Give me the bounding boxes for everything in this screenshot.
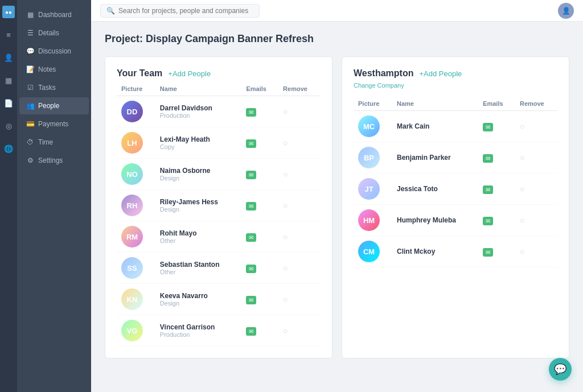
email-icon[interactable]: ✉ bbox=[246, 108, 256, 117]
sidebar-item-tasks[interactable]: ☑ Tasks bbox=[19, 79, 89, 96]
person-role: Production bbox=[160, 112, 237, 119]
col-emails-team: Emails bbox=[241, 82, 278, 96]
person-avatar: BP bbox=[358, 147, 380, 168]
icon-bar-circle[interactable]: ◎ bbox=[2, 119, 15, 132]
sidebar-item-people[interactable]: 👥 People bbox=[19, 97, 89, 114]
add-company-people-button[interactable]: +Add People bbox=[419, 69, 462, 78]
remove-icon[interactable]: ○ bbox=[283, 263, 288, 273]
person-name: Mark Cain bbox=[397, 122, 474, 130]
email-icon[interactable]: ✉ bbox=[483, 185, 493, 194]
panels-row: Your Team +Add People Picture Name Email… bbox=[105, 56, 569, 358]
sidebar-label-discussion: Discussion bbox=[38, 47, 71, 55]
col-remove-company: Remove bbox=[515, 97, 557, 111]
search-box[interactable]: 🔍 bbox=[100, 4, 260, 18]
remove-icon[interactable]: ○ bbox=[283, 138, 288, 147]
icon-bar-file[interactable]: 📄 bbox=[2, 97, 15, 109]
sidebar-item-details[interactable]: ☰ Details bbox=[19, 24, 89, 42]
remove-icon[interactable]: ○ bbox=[283, 326, 288, 335]
icon-bar-grid[interactable]: ▦ bbox=[2, 74, 15, 86]
icon-bar-menu[interactable]: ≡ bbox=[2, 28, 15, 41]
person-avatar: VG bbox=[121, 320, 143, 341]
table-row: MC Mark Cain ✉ ○ bbox=[354, 111, 557, 142]
icon-bar-globe[interactable]: 🌐 bbox=[2, 142, 15, 155]
remove-icon[interactable]: ○ bbox=[283, 201, 288, 210]
sidebar-item-time[interactable]: ⏱ Time bbox=[19, 134, 89, 151]
people-icon: 👥 bbox=[26, 102, 34, 110]
details-icon: ☰ bbox=[26, 29, 34, 37]
email-icon[interactable]: ✉ bbox=[246, 202, 256, 211]
page-title: Project: Display Campaign Banner Refresh bbox=[105, 33, 569, 45]
company-table: Picture Name Emails Remove MC Mark Cain … bbox=[354, 97, 557, 267]
email-icon[interactable]: ✉ bbox=[483, 123, 493, 131]
person-role: Other bbox=[160, 269, 237, 275]
col-picture-company: Picture bbox=[354, 97, 392, 111]
remove-icon[interactable]: ○ bbox=[283, 170, 288, 179]
table-row: NO Naima Osborne Design ✉ ○ bbox=[117, 159, 321, 190]
col-remove-team: Remove bbox=[278, 82, 321, 96]
table-row: SS Sebastian Stanton Other ✉ ○ bbox=[117, 253, 321, 284]
time-icon: ⏱ bbox=[26, 138, 34, 146]
sidebar-item-discussion[interactable]: 💬 Discussion bbox=[19, 43, 89, 60]
settings-icon: ⚙ bbox=[26, 156, 34, 164]
remove-icon[interactable]: ○ bbox=[520, 184, 524, 193]
company-title: Westhampton bbox=[354, 68, 413, 79]
remove-icon[interactable]: ○ bbox=[520, 216, 524, 225]
email-icon[interactable]: ✉ bbox=[246, 265, 256, 273]
topbar: 🔍 👤 bbox=[91, 0, 583, 22]
sidebar-label-time: Time bbox=[38, 138, 53, 146]
search-input[interactable] bbox=[118, 7, 253, 15]
table-row: DD Darrel Davidson Production ✉ ○ bbox=[117, 96, 321, 127]
col-name-company: Name bbox=[392, 97, 478, 111]
sidebar-label-notes: Notes bbox=[38, 65, 56, 73]
remove-icon[interactable]: ○ bbox=[520, 247, 524, 256]
email-icon[interactable]: ✉ bbox=[483, 217, 493, 225]
remove-icon[interactable]: ○ bbox=[520, 122, 524, 131]
email-icon[interactable]: ✉ bbox=[246, 296, 256, 304]
person-role: Copy bbox=[160, 143, 237, 150]
sidebar-label-details: Details bbox=[38, 29, 59, 37]
add-team-people-button[interactable]: +Add People bbox=[168, 69, 211, 78]
content: Project: Display Campaign Banner Refresh… bbox=[91, 22, 583, 392]
email-icon[interactable]: ✉ bbox=[246, 327, 256, 336]
sidebar-item-notes[interactable]: 📝 Notes bbox=[19, 61, 89, 78]
tasks-icon: ☑ bbox=[26, 84, 34, 92]
main-wrapper: 🔍 👤 Project: Display Campaign Banner Ref… bbox=[91, 0, 583, 392]
table-row: HM Humphrey Muleba ✉ ○ bbox=[354, 205, 557, 236]
your-team-header: Your Team +Add People bbox=[117, 68, 321, 79]
email-icon[interactable]: ✉ bbox=[246, 171, 256, 179]
remove-icon[interactable]: ○ bbox=[283, 295, 288, 304]
person-name: Clint Mckoy bbox=[397, 247, 474, 255]
table-row: CM Clint Mckoy ✉ ○ bbox=[354, 236, 557, 267]
email-icon[interactable]: ✉ bbox=[483, 154, 493, 163]
remove-icon[interactable]: ○ bbox=[520, 153, 524, 162]
change-company-link[interactable]: Change Company bbox=[354, 82, 557, 89]
avatar[interactable]: 👤 bbox=[558, 3, 574, 19]
sidebar-item-dashboard[interactable]: ▦ Dashboard bbox=[19, 6, 89, 23]
person-name: Keeva Navarro bbox=[160, 292, 237, 300]
person-name: Vincent Garrison bbox=[160, 323, 237, 331]
person-avatar: RH bbox=[121, 195, 143, 216]
col-name-team: Name bbox=[155, 82, 242, 96]
sidebar: ▦ Dashboard ☰ Details 💬 Discussion 📝 Not… bbox=[17, 0, 91, 392]
email-icon[interactable]: ✉ bbox=[246, 139, 256, 148]
email-icon[interactable]: ✉ bbox=[246, 233, 256, 242]
person-avatar: DD bbox=[121, 101, 143, 122]
col-emails-company: Emails bbox=[478, 97, 515, 111]
sidebar-item-payments[interactable]: 💳 Payments bbox=[19, 115, 89, 133]
remove-icon[interactable]: ○ bbox=[283, 232, 288, 241]
sidebar-item-settings[interactable]: ⚙ Settings bbox=[19, 152, 89, 169]
chat-button[interactable]: 💬 bbox=[549, 358, 572, 381]
person-name: Darrel Davidson bbox=[160, 104, 237, 112]
table-row: RM Rohit Mayo Other ✉ ○ bbox=[117, 221, 321, 253]
remove-icon[interactable]: ○ bbox=[283, 107, 288, 116]
sidebar-label-payments: Payments bbox=[38, 120, 68, 128]
email-icon[interactable]: ✉ bbox=[483, 248, 493, 257]
person-avatar: HM bbox=[358, 209, 380, 231]
app-logo[interactable]: ●● bbox=[2, 6, 15, 18]
person-name: Rohit Mayo bbox=[160, 229, 237, 237]
sidebar-label-tasks: Tasks bbox=[38, 84, 56, 92]
dashboard-icon: ▦ bbox=[26, 11, 34, 19]
your-team-title: Your Team bbox=[117, 68, 162, 79]
discussion-icon: 💬 bbox=[26, 47, 34, 55]
icon-bar-person[interactable]: 👤 bbox=[2, 51, 15, 64]
